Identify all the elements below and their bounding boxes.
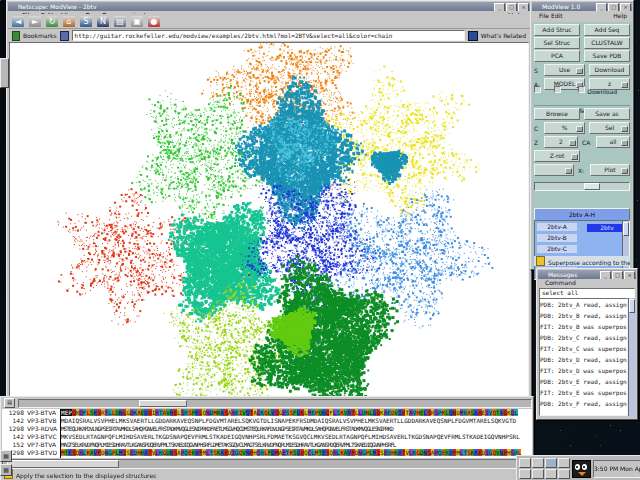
add-struc-button[interactable]: Add Struc [534, 24, 580, 36]
url-input[interactable]: http://guitar.rockefeller.edu/modview/ex… [72, 30, 465, 41]
alignment-rows[interactable]: 1298VP3-BTVAMEPQRQFLSKVRTLLDNLGDKAEDVIRT… [2, 409, 532, 458]
pager-cell[interactable] [532, 458, 544, 468]
save-pdb-button[interactable]: Save PDB [584, 50, 630, 62]
log-titlebar[interactable]: Messages _ □ × [538, 270, 636, 279]
fit-checkbox[interactable] [534, 86, 541, 93]
minimize-button[interactable]: _ [596, 3, 607, 11]
sel-struc-button[interactable]: Sel Struc [534, 37, 580, 49]
minimize-button[interactable]: _ [494, 3, 505, 11]
pager-cell[interactable] [558, 469, 570, 479]
browser-window: Netscape: ModView - 2btv _ □ × FileEditV… [6, 0, 532, 416]
control-menu-help[interactable]: Help [613, 11, 627, 21]
reload-icon[interactable]: ↻ [46, 16, 58, 27]
structure-item[interactable]: 2btv-C [537, 245, 577, 253]
control-panel-titlebar[interactable]: ModView 1.0 _ □ × [532, 2, 632, 11]
netscape-icon[interactable]: N [97, 16, 109, 27]
add-seq-button[interactable]: Add Seq [584, 24, 630, 36]
maximize-button[interactable]: □ [506, 3, 517, 11]
iconified-window-icon[interactable]: ▩ [0, 464, 12, 476]
text-checkbox[interactable] [554, 86, 561, 93]
slider-thumb[interactable] [139, 400, 187, 407]
scrollbar-thumb[interactable] [623, 222, 629, 236]
alignment-row[interactable]: 142VP3-BTVBMDAIQSRALVSVPHELMKSVAERTLLGDD… [2, 417, 532, 425]
whats-related-label[interactable]: What's Related [481, 32, 526, 40]
bookmark-icon[interactable] [12, 31, 20, 41]
location-icon[interactable] [60, 31, 69, 41]
log-menu-command[interactable]: Command [545, 279, 576, 286]
alignment-menu-icon[interactable]: ▤ [4, 398, 15, 408]
sequence-name[interactable]: VP3-BTVC [24, 433, 61, 440]
alignment-row[interactable]: 1298VP3-RDVAMSTEQLRKAFDVLNGPSEIRTAVMKDLS… [2, 425, 532, 433]
forward-icon[interactable]: ► [29, 16, 41, 27]
control-menus[interactable]: File Edit [539, 12, 563, 19]
whats-related-icon[interactable] [468, 31, 478, 41]
alignment-row[interactable]: 1298VP3-BTVDMTESQRLKAVFDNGPLMISEDHRATVLK… [2, 449, 532, 457]
download-text-checkbox[interactable] [578, 86, 585, 93]
log-menubar: Command [538, 279, 636, 287]
pager-cell[interactable] [519, 458, 531, 468]
clustalw-button[interactable]: CLUSTALW [584, 37, 630, 49]
sequence-letters[interactable]: MSTEQLRKAFDVLNGPSEIRTAVMKDLSAHQPGNVELFRS… [61, 425, 393, 432]
security-icon[interactable]: ▣ [131, 16, 143, 27]
log-line: PDB: 2btv_A read, assigned to molecule 1 [540, 299, 627, 310]
bookmarks-label[interactable]: Bookmarks [23, 32, 57, 40]
stop-icon[interactable]: ● [148, 16, 160, 27]
percent-dropdown[interactable]: % [544, 122, 585, 134]
edge-handle[interactable] [0, 58, 9, 88]
molecule-viewport[interactable] [10, 43, 528, 399]
sequence-name[interactable]: VP7-BTVA [24, 441, 61, 448]
sequence-letters[interactable]: MEPQRQFLSKVRTLLDNLGDKAEDVIRTAVHELSRSPKLQ… [61, 409, 518, 416]
download-button[interactable]: Download [589, 64, 630, 76]
close-button[interactable]: × [624, 271, 635, 279]
sel-dropdown[interactable]: Sel [589, 122, 630, 134]
pca-button[interactable]: PCA [534, 50, 580, 62]
search-icon[interactable]: S [80, 16, 92, 27]
plot-dropdown[interactable]: Plot [590, 164, 630, 176]
scrollbar-thumb[interactable] [629, 299, 635, 313]
sequence-letters[interactable]: MTESQRLKAVFDNGPLMISEDHRATVLKGDNSAPQERVFM… [61, 449, 521, 456]
iconified-window-icon[interactable]: ▦ [0, 450, 12, 462]
maximize-button[interactable]: □ [608, 3, 619, 11]
minimize-button[interactable]: _ [600, 271, 611, 279]
scrollbar-thumb[interactable] [7, 460, 119, 468]
sequence-name[interactable]: VP3-RDVA [24, 425, 61, 432]
sequence-name[interactable]: VP3-BTVD [24, 449, 61, 456]
log-scrollbar[interactable] [628, 298, 635, 416]
workspace-pager[interactable] [519, 458, 570, 479]
alignment-row[interactable]: 1298VP3-BTVAMEPQRQFLSKVRTLLDNLGDKAEDVIRT… [2, 409, 532, 417]
zoom-slider[interactable] [534, 182, 630, 191]
sequence-name[interactable]: VP3-BTVB [24, 417, 61, 424]
eyes-applet-icon[interactable] [572, 460, 591, 478]
back-icon[interactable]: ◄ [12, 16, 24, 27]
close-button[interactable]: × [620, 3, 631, 11]
all-dropdown[interactable]: all [596, 136, 630, 148]
alignment-row[interactable]: 142VP3-BTVCMKVSEDLRTAGNPQFLMIHDSAVERLTKG… [2, 433, 532, 441]
pager-cell[interactable] [519, 469, 531, 479]
blank-dropdown[interactable] [534, 164, 574, 176]
pager-cell[interactable] [558, 458, 570, 468]
zrot-dropdown[interactable]: Z-rot [534, 150, 580, 162]
browse-button[interactable]: Browse [534, 108, 580, 120]
browser-titlebar[interactable]: Netscape: ModView - 2btv _ □ × [8, 2, 530, 11]
maximize-button[interactable]: □ [612, 271, 623, 279]
home-icon[interactable]: ⌂ [63, 16, 75, 27]
sequence-name[interactable]: VP3-BTVA [24, 409, 61, 416]
print-icon[interactable]: ▤ [114, 16, 126, 27]
two-dropdown[interactable]: 2 [544, 136, 578, 148]
alignment-row[interactable]: 152VP7-BTVAMAGTSELKRVDFNQPLMIESDHRAVTLKG… [2, 441, 532, 449]
sequence-letters[interactable]: MAGTSELKRVDFNQPLMIESDHRAVTLKGANSPDQERVFM… [61, 441, 395, 448]
alignment-hscrollbar[interactable] [2, 459, 532, 469]
structure-item[interactable]: 2btv-B [537, 234, 577, 242]
alignment-position-slider[interactable] [18, 399, 532, 408]
save-as-button[interactable]: Save as [584, 108, 630, 120]
sequence-letters[interactable]: MDAIQSRALVSVPHELMKSVAERTLLGDDARKAVEQSNPL… [61, 417, 516, 424]
pager-cell[interactable] [545, 458, 557, 468]
close-button[interactable]: × [518, 3, 529, 11]
pager-cell[interactable] [545, 469, 557, 479]
use-dropdown[interactable]: Use [544, 64, 585, 76]
slider-thumb[interactable] [584, 183, 600, 190]
selected-structure[interactable]: 2btv [587, 224, 627, 232]
structure-item[interactable]: 2btv-A [537, 223, 577, 231]
pager-cell[interactable] [532, 469, 544, 479]
sequence-letters[interactable]: MKVSEDLRTAGNPQFLMIHDSAVERLTKGDSNAPQEVFRM… [61, 433, 520, 440]
